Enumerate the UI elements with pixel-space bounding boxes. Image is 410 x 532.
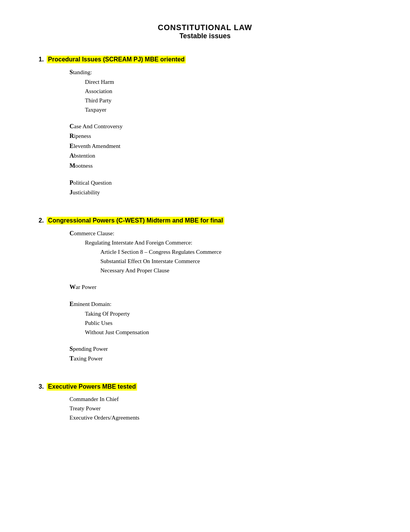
commerce-sub-items: Article I Section 8 – Congress Regulates…	[100, 247, 371, 275]
eminent-domain-item-2: Without Just Compensation	[85, 328, 371, 337]
eminent-domain-item-1: Public Uses	[85, 318, 371, 328]
eminent-domain-label: Eminent Domain:	[69, 299, 371, 309]
standing-item-association: Association	[85, 87, 371, 96]
section-1-header: 1. Procedural Issues (SCREAM PJ) MBE ori…	[39, 56, 371, 63]
section-2: 2. Congressional Powers (C-WEST) Midterm…	[39, 217, 371, 364]
title-line1: CONSTITUTIONAL LAW	[39, 23, 371, 32]
section-3-header: 3. Executive Powers MBE tested	[39, 383, 371, 391]
commerce-clause-subsection: Commerce Clause: Regulating Interstate A…	[69, 228, 371, 275]
eminent-domain-item-0: Taking Of Property	[85, 309, 371, 318]
section-3-content: Commander In Chief Treaty Power Executiv…	[69, 394, 371, 422]
war-power-subsection: War Power	[69, 282, 371, 292]
pj-items: Political Question Justiciability	[69, 178, 371, 197]
spending-power-subsection: Spending Power Taxing Power	[69, 344, 371, 364]
taxing-power-label: Taxing Power	[69, 354, 371, 364]
commerce-sub-label: Regulating Interstate And Foreign Commer…	[85, 238, 371, 247]
exec-item-1: Treaty Power	[69, 404, 371, 413]
scream-item-1: Ripeness	[69, 131, 371, 141]
section-2-title: Congressional Powers (C-WEST) Midterm an…	[47, 217, 224, 224]
section-1-title: Procedural Issues (SCREAM PJ) MBE orient…	[47, 56, 186, 63]
scream-item-2: Eleventh Amendment	[69, 141, 371, 151]
section-2-header: 2. Congressional Powers (C-WEST) Midterm…	[39, 217, 371, 224]
standing-bold: S	[69, 69, 73, 75]
scream-item-4: Mootness	[69, 161, 371, 171]
exec-item-0: Commander In Chief	[69, 394, 371, 404]
page-container: CONSTITUTIONAL LAW Testable issues 1. Pr…	[39, 23, 371, 422]
pj-item-0: Political Question	[69, 178, 371, 188]
section-3-number: 3.	[39, 383, 44, 390]
standing-subsection: Standing: Direct Harm Association Third …	[69, 67, 371, 114]
pj-item-1: Justiciability	[69, 187, 371, 197]
section-3-title: Executive Powers MBE tested	[47, 383, 137, 391]
section-2-number: 2.	[39, 217, 44, 224]
standing-item-direct-harm: Direct Harm	[85, 77, 371, 87]
commerce-sub-item-1: Substantial Effect On Interstate Commerc…	[100, 257, 371, 266]
standing-items: Direct Harm Association Third Party Taxp…	[85, 77, 371, 114]
commerce-label: Commerce Clause:	[69, 228, 371, 238]
spending-power-label: Spending Power	[69, 344, 371, 354]
section-3: 3. Executive Powers MBE tested Commander…	[39, 383, 371, 422]
commerce-sub-item-0: Article I Section 8 – Congress Regulates…	[100, 247, 371, 257]
commerce-sub: Regulating Interstate And Foreign Commer…	[85, 238, 371, 275]
section-1: 1. Procedural Issues (SCREAM PJ) MBE ori…	[39, 56, 371, 197]
scream-items: Case And Controversy Ripeness Eleventh A…	[69, 121, 371, 171]
commerce-sub-item-2: Necessary And Proper Clause	[100, 266, 371, 275]
section-2-content: Commerce Clause: Regulating Interstate A…	[69, 228, 371, 364]
standing-item-third-party: Third Party	[85, 96, 371, 105]
exec-item-2: Executive Orders/Agreements	[69, 413, 371, 422]
standing-rest: tanding:	[73, 69, 92, 75]
page-title: CONSTITUTIONAL LAW Testable issues	[39, 23, 371, 40]
standing-item-taxpayer: Taxpayer	[85, 105, 371, 114]
scream-item-3: Abstention	[69, 151, 371, 161]
section-1-content: Standing: Direct Harm Association Third …	[69, 67, 371, 197]
title-line2: Testable issues	[39, 32, 371, 40]
scream-item-0: Case And Controversy	[69, 121, 371, 131]
eminent-domain-items: Taking Of Property Public Uses Without J…	[85, 309, 371, 337]
section-1-number: 1.	[39, 56, 44, 63]
war-power-label: War Power	[69, 282, 371, 292]
eminent-domain-subsection: Eminent Domain: Taking Of Property Publi…	[69, 299, 371, 337]
standing-label: Standing:	[69, 67, 371, 77]
